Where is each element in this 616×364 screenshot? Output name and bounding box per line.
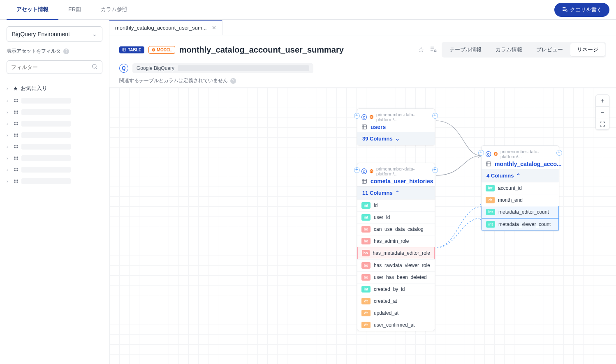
svg-point-22 bbox=[14, 157, 16, 158]
tab-er-diagram[interactable]: ER図 bbox=[58, 0, 91, 20]
column-item[interactable]: intcreated_by_id bbox=[357, 283, 435, 295]
subtab-table-info[interactable]: テーブル情報 bbox=[443, 43, 488, 56]
svg-point-32 bbox=[14, 182, 16, 183]
tree-item[interactable]: › bbox=[7, 131, 102, 140]
lineage-node-summary[interactable]: Q ⚙ primenumber-data-platform/... monthl… bbox=[481, 145, 559, 231]
svg-rect-37 bbox=[362, 179, 367, 184]
column-item[interactable]: dtupdated_at bbox=[357, 307, 435, 319]
columns-toggle[interactable]: 39 Columns ⌄ bbox=[357, 132, 435, 145]
svg-rect-34 bbox=[123, 48, 126, 51]
database-icon bbox=[13, 98, 19, 104]
database-icon bbox=[13, 132, 19, 138]
tree-item[interactable]: › bbox=[7, 96, 102, 105]
column-item[interactable]: intaccount_id bbox=[482, 182, 559, 194]
port-in[interactable] bbox=[354, 113, 360, 119]
svg-point-28 bbox=[14, 170, 16, 172]
star-icon[interactable]: ☆ bbox=[418, 45, 424, 54]
filter-field[interactable] bbox=[11, 64, 91, 70]
zoom-in-button[interactable]: ＋ bbox=[596, 95, 609, 106]
lineage-canvas[interactable]: Q ⚙ primenumber-data-platform/... users … bbox=[109, 88, 616, 364]
type-bool-icon: bo bbox=[361, 274, 371, 281]
star-icon: ★ bbox=[13, 85, 18, 92]
close-icon[interactable]: ✕ bbox=[212, 25, 216, 31]
column-item[interactable]: dtcreated_at bbox=[357, 295, 435, 307]
column-item[interactable]: intid bbox=[357, 199, 435, 211]
column-item[interactable]: bohas_admin_role bbox=[357, 235, 435, 247]
help-icon[interactable]: ? bbox=[230, 78, 236, 84]
model-badge: ⚙ MODEL bbox=[148, 46, 175, 54]
node-title: users bbox=[371, 124, 386, 130]
type-int-icon: int bbox=[361, 214, 371, 221]
subtab-column-info[interactable]: カラム情報 bbox=[489, 43, 529, 56]
page-title: monthly_catalog_account_user_summary bbox=[179, 45, 344, 55]
tree-item[interactable]: › bbox=[7, 154, 102, 163]
tree-favorites[interactable]: › ★ お気に入り bbox=[7, 83, 102, 94]
subtab-lineage[interactable]: リネージ bbox=[570, 43, 605, 56]
tab-asset-info[interactable]: アセット情報 bbox=[7, 0, 58, 20]
port-out[interactable] bbox=[432, 167, 438, 173]
svg-rect-36 bbox=[362, 125, 367, 129]
write-query-button[interactable]: クエリを書く bbox=[554, 3, 609, 17]
svg-point-25 bbox=[16, 159, 18, 160]
filter-input[interactable] bbox=[7, 60, 102, 74]
tree-item[interactable]: › bbox=[7, 177, 102, 186]
type-date-icon: dt bbox=[486, 197, 495, 203]
database-icon bbox=[13, 144, 19, 150]
env-select[interactable]: BigQuery Environment ⌄ bbox=[7, 26, 102, 42]
lineage-node-histories[interactable]: Q ⚙ primenumber-data-platform/... cometa… bbox=[357, 163, 435, 331]
subtab-preview[interactable]: プレビュー bbox=[530, 43, 570, 56]
svg-point-19 bbox=[16, 145, 18, 147]
svg-point-7 bbox=[16, 111, 18, 112]
zoom-out-button[interactable]: － bbox=[596, 106, 609, 118]
column-item[interactable]: intmetadata_viewer_count bbox=[482, 218, 559, 230]
chevron-right-icon: › bbox=[7, 86, 11, 91]
tab-column-ref[interactable]: カラム参照 bbox=[91, 0, 137, 20]
source-pill: Google BigQuery bbox=[132, 63, 313, 73]
column-item[interactable]: bohas_rawdata_viewer_role bbox=[357, 259, 435, 271]
type-int-icon: int bbox=[486, 209, 495, 215]
type-bool-icon: bo bbox=[361, 238, 371, 244]
column-item[interactable]: dtmonth_end bbox=[482, 194, 559, 206]
svg-point-17 bbox=[16, 136, 18, 137]
tree-item[interactable]: › bbox=[7, 142, 102, 151]
node-title: monthly_catalog_acco... bbox=[495, 161, 562, 167]
column-item[interactable]: bohas_metadata_editor_role bbox=[357, 247, 435, 259]
port-out[interactable] bbox=[556, 150, 562, 156]
svg-point-9 bbox=[16, 113, 18, 114]
column-item[interactable]: intmetadata_editor_count bbox=[482, 206, 559, 218]
table-badge: TABLE bbox=[119, 46, 144, 53]
columns-toggle[interactable]: 11 Columns ⌃ bbox=[357, 186, 435, 199]
bigquery-icon: Q bbox=[361, 114, 367, 120]
svg-point-35 bbox=[434, 50, 436, 52]
column-item[interactable]: bocan_use_data_catalog bbox=[357, 223, 435, 235]
svg-point-20 bbox=[14, 147, 16, 149]
columns-toggle[interactable]: 4 Columns ⌃ bbox=[482, 169, 559, 182]
svg-point-11 bbox=[16, 122, 18, 124]
column-item[interactable]: intuser_id bbox=[357, 211, 435, 223]
search-list-icon[interactable] bbox=[429, 45, 437, 55]
tree-item[interactable]: › bbox=[7, 108, 102, 117]
port-in[interactable] bbox=[478, 150, 484, 156]
query-button-label: クエリを書く bbox=[570, 6, 602, 14]
tree-item[interactable]: › bbox=[7, 119, 102, 128]
node-path: Q ⚙ primenumber-data-platform/... bbox=[361, 112, 431, 122]
svg-point-31 bbox=[16, 180, 18, 181]
column-item[interactable]: dtuser_confirmed_at bbox=[357, 319, 435, 331]
type-int-icon: int bbox=[486, 221, 495, 228]
port-out[interactable] bbox=[432, 113, 438, 119]
column-item[interactable]: bouser_has_been_deleted bbox=[357, 271, 435, 283]
lineage-node-users[interactable]: Q ⚙ primenumber-data-platform/... users … bbox=[357, 108, 435, 145]
help-icon[interactable]: ? bbox=[63, 48, 69, 54]
type-date-icon: dt bbox=[361, 310, 371, 316]
tree-item[interactable]: › bbox=[7, 165, 102, 174]
note-text: 関連するテーブルとカラムは定義されていません bbox=[119, 77, 228, 84]
svg-point-24 bbox=[14, 159, 16, 160]
port-in[interactable] bbox=[354, 167, 360, 173]
table-icon bbox=[486, 161, 491, 167]
database-icon bbox=[13, 109, 19, 115]
file-tab[interactable]: monthly_catalog_account_user_sum... ✕ bbox=[109, 20, 222, 35]
database-icon bbox=[13, 121, 19, 127]
table-icon bbox=[361, 178, 367, 184]
fullscreen-button[interactable] bbox=[596, 118, 609, 129]
type-int-icon: int bbox=[361, 202, 371, 209]
